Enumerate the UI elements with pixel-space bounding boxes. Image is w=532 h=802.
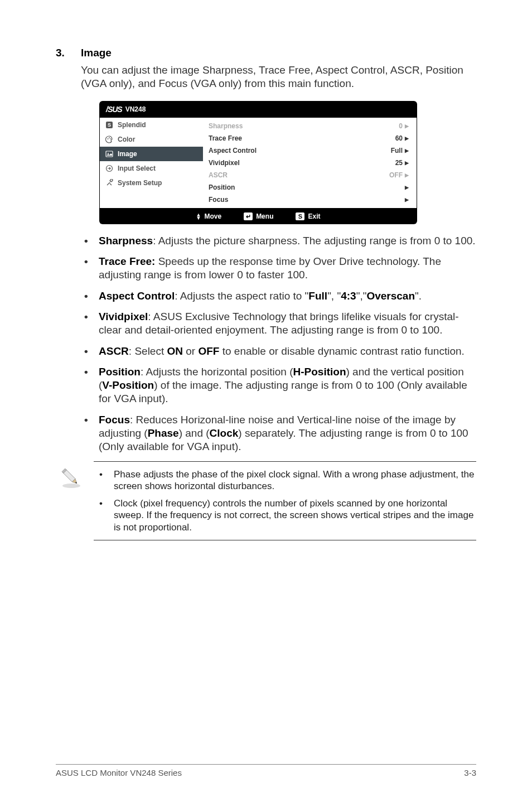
list-item: Trace Free: Speeds up the response time … (81, 255, 476, 282)
updown-icon: ▲▼ (196, 213, 201, 220)
page-footer: ASUS LCD Monitor VN248 Series 3-3 (56, 764, 476, 777)
osd-row-focus[interactable]: Focus ▶ (209, 194, 409, 206)
osd-footer: ▲▼Move ↵Menu SExit (99, 209, 417, 224)
input-icon (105, 165, 113, 172)
footer-page: 3-3 (464, 768, 476, 777)
osd-row-tracefree[interactable]: Trace Free 60▶ (209, 132, 409, 144)
chevron-right-icon: ▶ (405, 172, 409, 178)
chevron-right-icon: ▶ (405, 148, 409, 153)
osd-row-vividpixel[interactable]: Vividpixel 25▶ (209, 157, 409, 169)
splendid-icon: S (105, 121, 113, 129)
osd-model: VN248 (125, 105, 146, 113)
osd-panel: /SUS VN248 S Splendid Color Image (99, 101, 417, 224)
osd-menu: S Splendid Color Image Input Select (100, 118, 203, 208)
osd-menu-setup[interactable]: System Setup (100, 176, 203, 190)
svg-point-3 (109, 137, 110, 138)
chevron-right-icon: ▶ (405, 160, 409, 166)
list-item: Vividpixel: ASUS Exclusive Technology th… (81, 310, 476, 337)
osd-menu-color[interactable]: Color (100, 132, 203, 147)
footer-left: ASUS LCD Monitor VN248 Series (56, 768, 182, 777)
list-item: Position: Adjusts the horizontal positio… (81, 365, 476, 406)
image-icon (105, 150, 113, 158)
list-item: ASCR: Select ON or OFF to enable or disa… (81, 345, 476, 358)
palette-icon (105, 136, 113, 143)
osd-menu-image[interactable]: Image (100, 147, 203, 161)
osd-titlebar: /SUS VN248 (99, 101, 417, 118)
osd-row-aspect[interactable]: Aspect Control Full▶ (209, 144, 409, 157)
pencil-icon (56, 461, 84, 492)
osd-menu-splendid[interactable]: S Splendid (100, 118, 203, 132)
note-block: Phase adjusts the phase of the pixel clo… (56, 461, 476, 540)
asus-logo: /SUS (106, 105, 122, 114)
tools-icon (105, 179, 113, 187)
chevron-right-icon: ▶ (405, 197, 409, 202)
list-item: Focus: Reduces Horizonal-line noise and … (81, 413, 476, 454)
svg-rect-5 (106, 151, 113, 157)
list-item: Aspect Control: Adjusts the aspect ratio… (81, 289, 476, 303)
note-item: Phase adjusts the phase of the pixel clo… (94, 468, 475, 492)
svg-point-6 (108, 153, 109, 154)
svg-point-4 (110, 138, 112, 139)
chevron-right-icon: ▶ (405, 123, 409, 129)
svg-point-8 (62, 484, 80, 488)
svg-text:S: S (108, 122, 111, 128)
section-number: 3. (56, 47, 81, 59)
list-item: Sharpness: Adjusts the picture sharpness… (81, 234, 476, 248)
osd-row-sharpness[interactable]: Sharpness 0▶ (209, 120, 409, 132)
section-title: Image (81, 47, 112, 59)
note-item: Clock (pixel frequency) controls the num… (94, 497, 475, 533)
chevron-right-icon: ▶ (405, 185, 409, 190)
s-key-icon: S (296, 212, 304, 220)
description-list: Sharpness: Adjusts the picture sharpness… (81, 234, 476, 454)
osd-row-position[interactable]: Position ▶ (209, 181, 409, 194)
chevron-right-icon: ▶ (405, 136, 409, 141)
osd-menu-input[interactable]: Input Select (100, 161, 203, 176)
enter-icon: ↵ (244, 212, 253, 220)
osd-row-ascr[interactable]: ASCR OFF▶ (209, 169, 409, 181)
section-intro: You can adjust the image Sharpness, Trac… (81, 64, 476, 91)
svg-point-2 (108, 138, 109, 139)
